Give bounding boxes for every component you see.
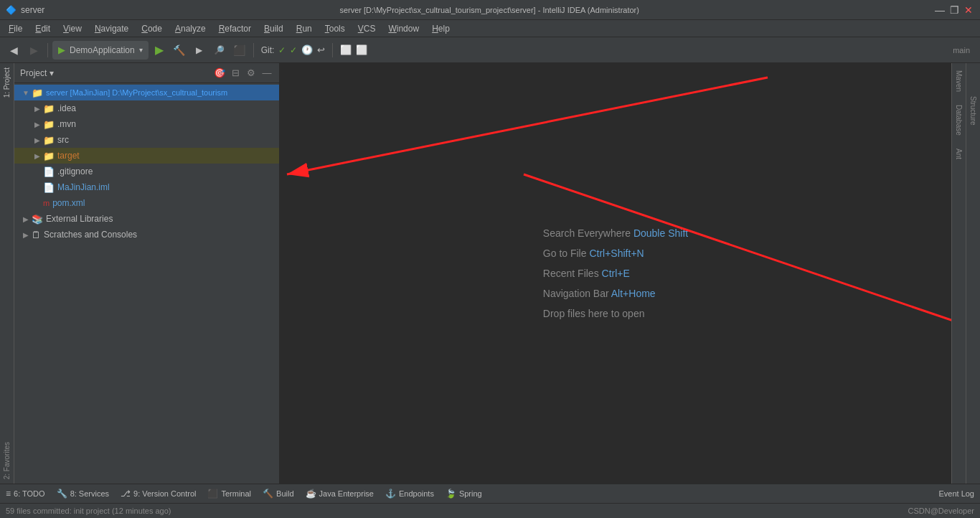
status-build-label: Build — [276, 489, 293, 498]
menu-file[interactable]: File — [3, 22, 28, 35]
terminal-icon: ⬛ — [207, 489, 218, 499]
tree-scratches[interactable]: ▶ 🗒 Scratches and Consoles — [14, 227, 279, 242]
menu-bar: File Edit View Navigate Code Analyze Ref… — [0, 20, 980, 37]
minimize-button[interactable]: — — [934, 4, 946, 16]
run-config-arrow: ▾ — [139, 46, 143, 54]
run-config-selector[interactable]: ▶ DemoApplication ▾ — [52, 41, 149, 60]
run-button[interactable]: ▶ — [150, 41, 169, 60]
sidebar-item-project[interactable]: 1: Project — [1, 63, 12, 102]
services-icon: 🔧 — [57, 489, 67, 499]
forward-button[interactable]: ▶ — [24, 41, 43, 60]
status-endpoints[interactable]: ⚓ Endpoints — [385, 489, 434, 499]
project-name: server — [21, 5, 44, 15]
spring-icon: 🍃 — [446, 489, 456, 499]
project-header: Project ▾ 🎯 ⊟ ⚙ — — [14, 63, 279, 83]
event-log-label: Event Log — [938, 489, 974, 498]
menu-build[interactable]: Build — [258, 22, 289, 35]
status-java-enterprise[interactable]: ☕ Java Enterprise — [306, 489, 374, 499]
status-todo[interactable]: ≡ 6: TODO — [6, 489, 45, 499]
title-bar: 🔷 server server [D:\MyProject\sx_cultrua… — [0, 0, 980, 20]
menu-navigate[interactable]: Navigate — [89, 22, 134, 35]
git-section: Git: ✓ ✓ 🕐 ↩ ⬜ ⬜ — [261, 43, 368, 57]
toolbar-sep3 — [332, 43, 333, 57]
menu-code[interactable]: Code — [136, 22, 168, 35]
right-tab-database[interactable]: Database — [953, 99, 964, 141]
git-branch: main — [953, 46, 970, 55]
menu-run[interactable]: Run — [291, 22, 318, 35]
git-history-icon[interactable]: 🕐 — [301, 44, 313, 55]
menu-vcs[interactable]: VCS — [352, 22, 382, 35]
menu-window[interactable]: Window — [382, 22, 425, 35]
git-layout2[interactable]: ⬜ — [356, 44, 367, 55]
tree-target[interactable]: ▶ 📁 target — [14, 148, 279, 164]
run-config-icon: ▶ — [58, 44, 65, 55]
collapse-icon[interactable]: ⊟ — [229, 67, 242, 80]
hint-goto-file: Go to File Ctrl+Shift+N — [543, 248, 688, 259]
git-layout1[interactable]: ⬜ — [340, 44, 352, 55]
java-enterprise-icon: ☕ — [306, 489, 316, 499]
todo-icon: ≡ — [6, 489, 11, 499]
toolbar-sep1 — [47, 43, 48, 57]
menu-refactor[interactable]: Refactor — [213, 22, 257, 35]
profile-button[interactable]: 🔎 — [210, 41, 229, 60]
build-button[interactable]: 🔨 — [170, 41, 189, 60]
sidebar-item-favorites[interactable]: 2: Favorites — [1, 438, 12, 484]
menu-help[interactable]: Help — [426, 22, 456, 35]
menu-tools[interactable]: Tools — [319, 22, 351, 35]
coverage-button[interactable]: ▶ — [190, 41, 209, 60]
welcome-content: Search Everywhere Double Shift Go to Fil… — [543, 219, 688, 328]
status-bar: ≡ 6: TODO 🔧 8: Services ⎇ 9: Version Con… — [0, 484, 980, 504]
tree-idea[interactable]: ▶ 📁 .idea — [14, 100, 279, 116]
status-todo-label: 6: TODO — [14, 489, 45, 498]
settings-icon[interactable]: ⚙ — [245, 67, 258, 80]
hint-drop-files: Drop files here to open — [543, 308, 688, 319]
git-rollback-icon[interactable]: ↩ — [317, 44, 325, 55]
status-vcs-label: 9: Version Control — [133, 489, 196, 498]
project-panel: Project ▾ 🎯 ⊟ ⚙ — ▼ 📁 server [MaJinJian]… — [14, 63, 280, 484]
endpoints-icon: ⚓ — [385, 489, 396, 499]
run-config-name: DemoApplication — [70, 45, 135, 55]
tree-mvn[interactable]: ▶ 📁 .mvn — [14, 116, 279, 132]
right-tab-maven[interactable]: Maven — [953, 66, 964, 96]
toolbar: ◀ ▶ ▶ DemoApplication ▾ ▶ 🔨 ▶ 🔎 ⬛ Git: ✓… — [0, 37, 980, 63]
status-build[interactable]: 🔨 Build — [263, 489, 293, 499]
menu-view[interactable]: View — [57, 22, 88, 35]
right-tab-structure[interactable]: Structure — [968, 92, 979, 130]
tree-ext-libs[interactable]: ▶ 📚 External Libraries — [14, 211, 279, 227]
git-check1: ✓ — [278, 45, 286, 55]
menu-analyze[interactable]: Analyze — [169, 22, 212, 35]
tree-src[interactable]: ▶ 📁 src — [14, 132, 279, 148]
toolbar-sep2 — [253, 43, 254, 57]
hint-search: Search Everywhere Double Shift — [543, 227, 688, 239]
tree-pom[interactable]: m pom.xml — [14, 195, 279, 211]
commit-info: 59 files committed: init project (12 min… — [6, 507, 171, 515]
tree-gitignore[interactable]: 📄 .gitignore — [14, 164, 279, 179]
locate-icon[interactable]: 🎯 — [213, 67, 226, 80]
build-status-icon: 🔨 — [263, 489, 273, 499]
right-sidebar: Maven Database Ant — [951, 63, 966, 484]
stop-button[interactable]: ⬛ — [230, 41, 249, 60]
vcs-icon: ⎇ — [121, 489, 131, 499]
close-button[interactable]: ✕ — [963, 4, 974, 16]
tree-iml[interactable]: 📄 MaJinJian.iml — [14, 179, 279, 195]
file-tree: ▼ 📁 server [MaJinJian] D:\MyProject\sx_c… — [14, 83, 279, 484]
right-tab-ant[interactable]: Ant — [953, 144, 964, 164]
status-terminal[interactable]: ⬛ Terminal — [207, 489, 251, 499]
status-event-log[interactable]: Event Log — [938, 489, 974, 498]
status-services[interactable]: 🔧 8: Services — [57, 489, 109, 499]
svg-line-1 — [287, 77, 768, 174]
back-button[interactable]: ◀ — [4, 41, 23, 60]
editor-area: Search Everywhere Double Shift Go to Fil… — [280, 63, 951, 484]
bottom-bar: 59 files committed: init project (12 min… — [0, 504, 980, 518]
menu-edit[interactable]: Edit — [29, 22, 56, 35]
status-spring[interactable]: 🍃 Spring — [446, 489, 482, 499]
git-check2: ✓ — [290, 45, 297, 55]
status-vcs[interactable]: ⎇ 9: Version Control — [121, 489, 196, 499]
status-endpoints-label: Endpoints — [399, 489, 434, 498]
tree-root[interactable]: ▼ 📁 server [MaJinJian] D:\MyProject\sx_c… — [14, 85, 279, 100]
branding: CSDN@Developer — [908, 507, 974, 515]
git-label: Git: — [261, 45, 275, 55]
maximize-button[interactable]: ❐ — [948, 4, 960, 16]
status-spring-label: Spring — [459, 489, 482, 498]
hide-icon[interactable]: — — [260, 67, 273, 80]
